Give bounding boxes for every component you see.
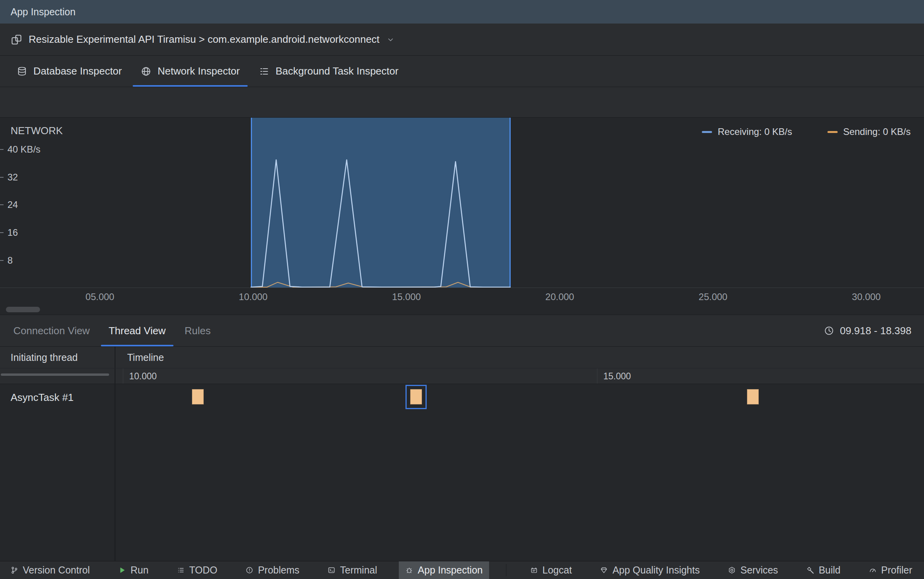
x-axis-tick: 10.000	[226, 288, 281, 306]
device-process-label: Resizable Experimental API Tiramisu > co…	[29, 33, 380, 46]
thread-table-header: Initiating thread Timeline	[0, 347, 924, 368]
todo-icon	[177, 566, 185, 574]
statusbar-item-label: App Quality Insights	[612, 564, 699, 576]
column-header-initiating-thread: Initiating thread	[0, 347, 115, 368]
statusbar-item-logcat[interactable]: Logcat	[524, 561, 578, 579]
x-axis-tick: 30.000	[839, 288, 894, 306]
build-icon	[806, 566, 814, 574]
window-title: App Inspection	[11, 6, 75, 18]
run-icon	[118, 566, 126, 574]
services-icon	[728, 566, 736, 574]
statusbar-item-label: Logcat	[542, 564, 572, 576]
timeline-ruler: 10.00015.000	[0, 368, 924, 384]
app-inspection-icon	[405, 566, 413, 574]
tab-database-inspector[interactable]: Database Inspector	[7, 56, 131, 87]
inspector-tab-bar: Database Inspector Network Inspector Bac…	[0, 56, 924, 87]
tab-rules[interactable]: Rules	[175, 315, 220, 346]
status-bar: Version ControlRunTODOProblemsTerminalAp…	[0, 561, 924, 579]
insights-icon	[600, 566, 608, 574]
statusbar-item-label: Run	[130, 564, 148, 576]
statusbar-item-services[interactable]: Services	[721, 561, 784, 579]
statusbar-item-label: App Inspection	[418, 564, 482, 576]
chart-horizontal-scrollbar[interactable]	[6, 307, 40, 312]
statusbar-item-terminal[interactable]: Terminal	[321, 561, 383, 579]
statusbar-item-app-quality-insights[interactable]: App Quality Insights	[593, 561, 706, 579]
statusbar-item-profiler[interactable]: Profiler	[862, 561, 919, 579]
legend-label-receiving: Receiving: 0 KB/s	[718, 126, 792, 137]
legend-receiving: Receiving: 0 KB/s	[702, 126, 792, 137]
statusbar-item-label: Services	[740, 564, 778, 576]
toolbar-strip	[0, 87, 924, 118]
statusbar-item-label: Profiler	[881, 564, 912, 576]
chart-title: NETWORK	[11, 125, 63, 137]
thread-table-body: AsyncTask #1	[0, 384, 924, 561]
tab-connection-view[interactable]: Connection View	[4, 315, 99, 346]
tab-label: Rules	[184, 325, 210, 337]
legend-label-sending: Sending: 0 KB/s	[843, 126, 911, 137]
legend-swatch-sending	[827, 131, 838, 133]
time-range-label: 09.918 - 18.398	[840, 325, 911, 337]
x-axis-tick: 15.000	[379, 288, 434, 306]
statusbar-item-run[interactable]: Run	[111, 561, 155, 579]
profiler-icon	[869, 566, 877, 574]
network-chart-panel: NETWORK Receiving: 0 KB/s Sending: 0 KB/…	[0, 118, 924, 315]
problems-icon	[245, 566, 254, 574]
tool-window-header: App Inspection	[0, 0, 924, 24]
device-icon	[11, 34, 22, 46]
chevron-down-icon	[386, 35, 395, 44]
tab-thread-view[interactable]: Thread View	[99, 315, 175, 346]
tab-background-task-inspector[interactable]: Background Task Inspector	[249, 56, 408, 87]
legend-swatch-receiving	[702, 131, 712, 133]
tab-label: Thread View	[109, 325, 166, 337]
database-icon	[16, 66, 27, 77]
x-axis-tick: 25.000	[686, 288, 741, 306]
timeline-gridline	[597, 368, 597, 384]
y-axis-tick: 32	[0, 171, 18, 183]
y-axis-tick: 16	[0, 227, 18, 239]
statusbar-item-label: Terminal	[340, 564, 377, 576]
statusbar-divider	[506, 564, 506, 576]
device-process-selector[interactable]: Resizable Experimental API Tiramisu > co…	[0, 24, 924, 56]
tab-label: Network Inspector	[157, 65, 240, 77]
y-axis-tick: 8	[0, 255, 13, 266]
terminal-icon	[327, 566, 336, 574]
thread-column-scroll-area	[0, 368, 115, 384]
statusbar-item-problems[interactable]: Problems	[239, 561, 306, 579]
detail-view-tab-bar: Connection View Thread View Rules 09.918…	[0, 315, 924, 347]
y-axis-tick: 40 KB/s	[0, 144, 40, 155]
tab-label: Background Task Inspector	[276, 65, 398, 77]
selected-time-range: 09.918 - 18.398	[824, 315, 911, 346]
y-axis-tick: 24	[0, 199, 18, 211]
thread-row-label[interactable]: AsyncTask #1	[0, 384, 115, 561]
thread-column-scrollbar[interactable]	[1, 373, 109, 376]
x-axis-tick: 20.000	[532, 288, 587, 306]
clock-icon	[824, 325, 835, 336]
timeline-tick-row: 10.00015.000	[115, 368, 924, 384]
statusbar-item-label: Problems	[258, 564, 299, 576]
chart-legend: Receiving: 0 KB/s Sending: 0 KB/s	[702, 126, 911, 137]
x-axis-tick: 05.000	[73, 288, 128, 306]
statusbar-item-build[interactable]: Build	[800, 561, 847, 579]
statusbar-item-label: Build	[819, 564, 841, 576]
logcat-icon	[530, 566, 538, 574]
tab-network-inspector[interactable]: Network Inspector	[131, 56, 249, 87]
branch-icon	[10, 566, 18, 574]
list-icon	[259, 66, 270, 77]
tab-label: Database Inspector	[33, 65, 122, 77]
statusbar-item-label: Version Control	[23, 564, 90, 576]
network-event-block[interactable]	[192, 389, 204, 404]
column-header-timeline: Timeline	[115, 347, 924, 368]
tab-label: Connection View	[13, 325, 90, 337]
chart-selection-range[interactable]	[251, 118, 511, 288]
legend-sending: Sending: 0 KB/s	[827, 126, 911, 137]
statusbar-item-app-inspection[interactable]: App Inspection	[399, 561, 489, 579]
network-event-block[interactable]	[410, 389, 422, 404]
globe-icon	[141, 66, 152, 77]
statusbar-item-version-control[interactable]: Version Control	[4, 561, 96, 579]
timeline-tick-label: 10.000	[127, 368, 157, 384]
thread-timeline-track	[115, 384, 924, 561]
statusbar-item-todo[interactable]: TODO	[170, 561, 224, 579]
statusbar-item-label: TODO	[189, 564, 217, 576]
timeline-gridline	[123, 368, 123, 384]
network-event-block[interactable]	[747, 389, 759, 404]
